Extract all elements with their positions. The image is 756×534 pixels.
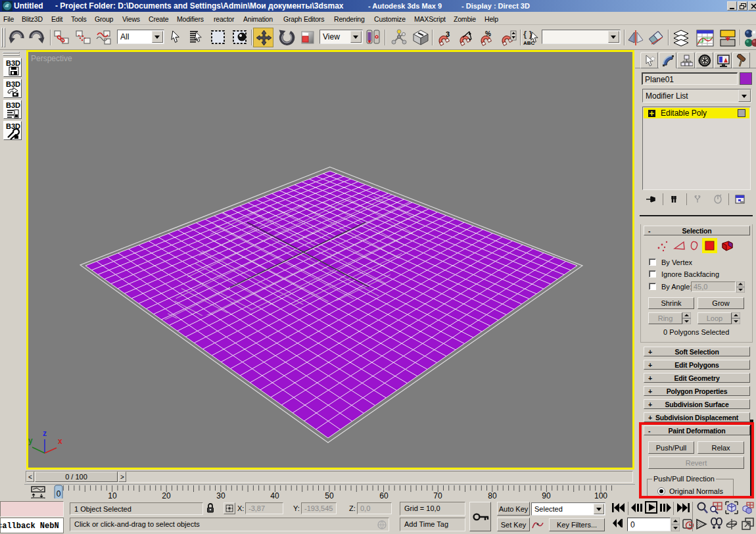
svg-text:B3D: B3D: [6, 59, 20, 67]
svg-text:Perspective: Perspective: [31, 54, 72, 63]
svg-text:z: z: [43, 429, 47, 438]
svg-text:y: y: [28, 436, 33, 445]
svg-text:{ }: { }: [523, 29, 532, 39]
svg-text:0: 0: [57, 489, 61, 498]
svg-text:3: 3: [446, 30, 450, 38]
svg-text:x: x: [58, 437, 62, 446]
svg-text:%: %: [485, 30, 491, 37]
svg-text:ABC: ABC: [523, 40, 535, 46]
svg-text:B3D: B3D: [6, 80, 20, 88]
svg-text:B3D: B3D: [6, 101, 20, 109]
